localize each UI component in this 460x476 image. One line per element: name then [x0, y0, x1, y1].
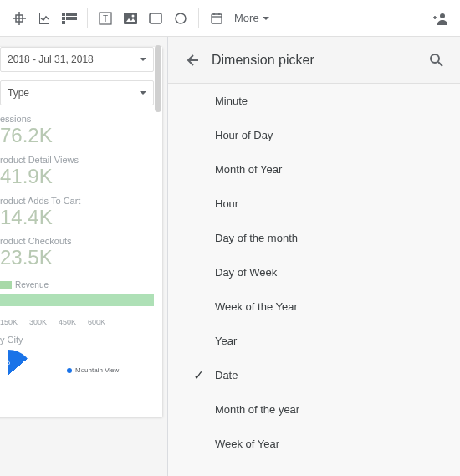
- svg-rect-6: [66, 17, 77, 20]
- metric-value: 23.5K: [0, 246, 154, 270]
- toolbar: T More: [0, 0, 460, 37]
- panel-header: Dimension picker: [168, 37, 460, 84]
- metric-value: 14.4K: [0, 206, 154, 230]
- report-canvas: 2018 - Jul 31, 2018 Type essions76.2Krod…: [0, 37, 167, 476]
- panel-title: Dimension picker: [212, 53, 427, 68]
- chevron-down-icon: [140, 91, 146, 95]
- report-page: 2018 - Jul 31, 2018 Type essions76.2Krod…: [0, 47, 162, 417]
- pie-chart: 14%: [0, 350, 33, 400]
- rectangle-icon[interactable]: [143, 6, 168, 31]
- pie-legend-item: Mountain View: [67, 366, 119, 374]
- dimension-item[interactable]: Day of Week: [168, 255, 460, 289]
- device-type-filter[interactable]: Type: [0, 80, 154, 105]
- axis-tick: 300K: [29, 318, 47, 326]
- chevron-down-icon: [263, 17, 269, 20]
- dimension-item[interactable]: Week of Year: [168, 427, 460, 461]
- svg-rect-13: [150, 13, 161, 23]
- dimension-item[interactable]: Minute: [168, 84, 460, 118]
- dimension-item[interactable]: Day of the month: [168, 221, 460, 255]
- dimension-item[interactable]: Hour of Day: [168, 118, 460, 152]
- dimension-item[interactable]: Month of Year: [168, 152, 460, 187]
- date-range-picker[interactable]: 2018 - Jul 31, 2018: [0, 47, 154, 72]
- dimension-picker-panel: Dimension picker MinuteHour of DayMonth …: [167, 37, 460, 476]
- dimension-item[interactable]: Hour: [168, 187, 460, 221]
- svg-rect-3: [62, 13, 65, 16]
- dimension-list: MinuteHour of DayMonth of YearHourDay of…: [168, 84, 460, 476]
- toolbar-separator: [198, 8, 199, 28]
- dimension-item[interactable]: Month of the year: [168, 392, 460, 427]
- dimension-item[interactable]: Year: [168, 324, 460, 358]
- svg-rect-15: [212, 14, 222, 23]
- scrollbar-thumb[interactable]: [155, 45, 161, 112]
- metric-label: roduct Checkouts: [0, 236, 154, 246]
- axis-tick: 150K: [0, 318, 18, 326]
- search-icon[interactable]: [427, 50, 447, 70]
- chevron-down-icon: [140, 58, 146, 61]
- svg-point-14: [176, 13, 186, 23]
- dimension-item[interactable]: Date: [168, 358, 460, 392]
- svg-point-20: [431, 54, 439, 63]
- add-people-icon[interactable]: [428, 6, 453, 31]
- svg-rect-5: [62, 17, 65, 20]
- metric-label: roduct Detail Views: [0, 155, 154, 165]
- legend-swatch: [0, 281, 12, 289]
- chart-icon[interactable]: [32, 6, 57, 31]
- text-icon[interactable]: T: [93, 6, 118, 31]
- svg-point-19: [440, 13, 445, 18]
- circle-icon[interactable]: [168, 6, 193, 31]
- axis-tick: 600K: [88, 318, 105, 326]
- svg-text:T: T: [103, 14, 108, 23]
- svg-line-21: [438, 62, 442, 66]
- metric-label: roduct Adds To Cart: [0, 196, 154, 206]
- svg-point-12: [132, 14, 135, 17]
- back-icon[interactable]: [181, 50, 202, 70]
- metric-value: 76.2K: [0, 124, 154, 148]
- image-icon[interactable]: [118, 6, 143, 31]
- axis-tick: 450K: [59, 318, 76, 326]
- svg-rect-7: [62, 21, 65, 24]
- table-icon[interactable]: [57, 6, 82, 31]
- chart-legend: Revenue: [0, 280, 154, 289]
- bar-chart: [0, 294, 154, 306]
- svg-rect-10: [124, 13, 137, 24]
- by-city-label: y City: [0, 335, 154, 345]
- more-dropdown[interactable]: More: [229, 12, 274, 24]
- metric-label: essions: [0, 114, 154, 124]
- dimension-item[interactable]: Week of the Year: [168, 289, 460, 324]
- align-icon[interactable]: [7, 6, 32, 31]
- svg-rect-4: [66, 13, 77, 16]
- toolbar-separator: [87, 8, 88, 28]
- date-range-icon[interactable]: [204, 6, 229, 31]
- metric-value: 41.9K: [0, 165, 154, 189]
- chart-axis: 150K300K450K600K: [0, 318, 154, 326]
